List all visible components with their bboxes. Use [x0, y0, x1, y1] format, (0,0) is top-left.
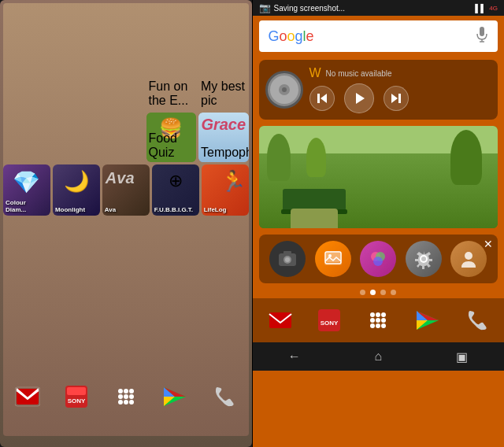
nav-bar-right: ← ⌂ ▣: [253, 342, 505, 371]
svg-point-30: [118, 400, 123, 405]
small-apps-grid: Fun on the E... My best pic 🍔 Food Quiz: [146, 60, 249, 162]
moonlight-tile[interactable]: 🌙 Moonlight: [53, 164, 100, 216]
data-icon-right: 4G: [489, 5, 498, 12]
album-art: [265, 71, 303, 109]
music-widget[interactable]: W No music available: [259, 60, 498, 120]
svg-rect-47: [284, 251, 291, 254]
moonlight-label: Moonlight: [55, 206, 98, 213]
svg-point-64: [376, 318, 380, 323]
svg-text:SONY: SONY: [68, 397, 86, 405]
svg-point-25: [124, 389, 128, 393]
lifelog-label: LifeLog: [204, 206, 246, 213]
dock-apps-right[interactable]: [361, 303, 395, 338]
svg-rect-33: [480, 27, 484, 36]
walkman-brand-logo: W: [309, 66, 321, 80]
svg-point-32: [129, 400, 134, 405]
back-button-right[interactable]: ←: [279, 345, 310, 368]
svg-point-63: [370, 318, 375, 323]
svg-rect-22: [67, 387, 86, 395]
dock-apps[interactable]: [109, 379, 143, 414]
svg-marker-39: [321, 94, 327, 103]
small-row-top: Fun on the E... My best pic: [146, 60, 249, 110]
prev-button[interactable]: [309, 86, 335, 111]
music-brand: W No music available: [309, 66, 492, 80]
page-dots-right: [253, 286, 505, 298]
dock-phone-right[interactable]: [459, 303, 494, 338]
svg-point-56: [465, 252, 472, 260]
svg-point-67: [376, 323, 380, 328]
dock-gmail-right[interactable]: [263, 303, 298, 338]
music-status: No music available: [326, 69, 392, 78]
fubbigt-tile[interactable]: ⊕ F.U.B.B.I.G.T.: [152, 164, 199, 216]
screenshot-icon: 📷: [259, 2, 271, 13]
svg-rect-43: [398, 94, 401, 103]
ava-text: Ava: [106, 169, 135, 187]
settings-quick-app[interactable]: [406, 241, 442, 277]
colordiam-tile[interactable]: 💎 Colour Diam...: [3, 164, 50, 216]
svg-text:SONY: SONY: [321, 320, 339, 327]
bottom-dock-left: SONY: [0, 375, 252, 419]
google-logo-right: Google: [269, 28, 314, 45]
ava-tile[interactable]: Ava Ava: [102, 164, 150, 216]
svg-point-61: [376, 312, 380, 317]
recents-button-right[interactable]: ▣: [447, 345, 478, 368]
svg-marker-42: [391, 94, 398, 103]
svg-point-68: [381, 323, 386, 328]
bestpic-label: My best pic: [201, 79, 246, 108]
apps-row-2: 💎 Colour Diam... 🌙 Moonlight Ava Ava ⊕ F…: [3, 164, 249, 216]
svg-point-62: [381, 312, 386, 317]
dock-play-right[interactable]: [410, 303, 445, 338]
tempophone-app-tile[interactable]: Grace Tempophon...: [198, 113, 249, 163]
moonlight-icon: 🌙: [64, 169, 89, 194]
home-button-right[interactable]: ⌂: [362, 345, 394, 368]
page-dot-r3[interactable]: [380, 290, 386, 295]
dock-sony-right[interactable]: SONY: [312, 303, 346, 338]
page-dot-r2[interactable]: [370, 290, 376, 295]
color-quick-app[interactable]: [360, 241, 396, 277]
lifelog-tile[interactable]: 🏃 LifeLog: [202, 164, 249, 216]
photos-quick-app[interactable]: [315, 241, 351, 277]
bestpic-app-tile[interactable]: My best pic: [198, 60, 249, 110]
left-panel: N ▌▌ 4G 53% 7:55 Google: [0, 0, 252, 447]
dock-gmail[interactable]: [10, 379, 45, 414]
svg-point-26: [129, 389, 134, 393]
bottom-dock-right: SONY: [253, 298, 505, 342]
lifelog-icon: 🏃: [220, 169, 246, 194]
avatar-quick-app[interactable]: [450, 241, 487, 277]
fubbigt-icon: ⊕: [169, 171, 183, 191]
page-dot-r4[interactable]: [391, 290, 396, 295]
widget-row-1: WalkAround Game Fun on the E...: [3, 60, 249, 162]
svg-point-28: [124, 394, 128, 399]
dock-phone[interactable]: [206, 379, 241, 414]
next-button[interactable]: [384, 86, 409, 111]
dock-play[interactable]: [158, 379, 192, 414]
music-controls: W No music available: [309, 66, 492, 113]
quick-apps-panel: ✕: [259, 235, 498, 283]
foodquiz-app-tile[interactable]: 🍔 Food Quiz: [146, 113, 197, 163]
screenshot-text: Saving screenshot...: [274, 4, 346, 13]
status-bar-right: 📷 Saving screenshot... ▌▌ 4G: [253, 0, 505, 16]
svg-point-65: [381, 318, 386, 323]
camera-quick-app[interactable]: [269, 241, 306, 277]
dock-sony[interactable]: SONY: [59, 379, 94, 414]
foodquiz-label: Food Quiz: [149, 131, 195, 160]
fun-label: Fun on the E...: [149, 79, 195, 108]
music-buttons: [309, 83, 492, 113]
mic-icon-right[interactable]: [476, 27, 488, 46]
tempophone-label: Tempophon...: [201, 146, 246, 160]
colordiam-label: Colour Diam...: [6, 199, 48, 213]
play-button[interactable]: [344, 83, 374, 113]
search-bar-right[interactable]: Google: [259, 20, 498, 52]
quick-apps-row: [265, 241, 492, 277]
signal-icon-right: ▌▌: [475, 4, 486, 13]
park-photo: [259, 126, 498, 228]
colordiam-icon: 💎: [13, 169, 40, 195]
quick-apps-close-button[interactable]: ✕: [484, 238, 493, 250]
svg-point-60: [370, 312, 375, 317]
svg-rect-57: [269, 312, 291, 328]
svg-point-38: [282, 87, 287, 92]
svg-point-54: [373, 257, 383, 266]
right-panel: 📷 Saving screenshot... ▌▌ 4G Google: [253, 0, 505, 447]
page-dot-r1[interactable]: [360, 290, 365, 295]
svg-point-46: [285, 257, 290, 262]
